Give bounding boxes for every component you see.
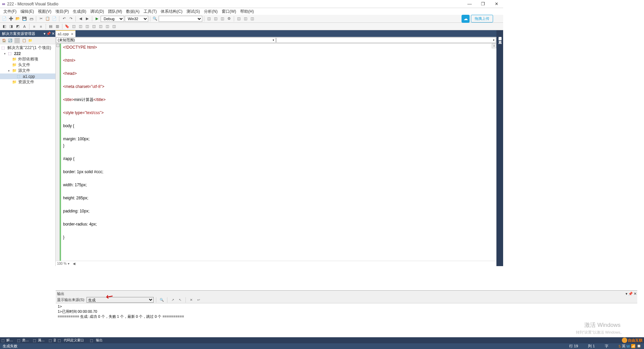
find-dropdown[interactable] xyxy=(159,16,202,22)
zoom-bar: 100 % ▾ ◀ xyxy=(56,261,496,266)
menu-data[interactable]: 数据(A) xyxy=(124,9,142,14)
panel-dropdown-icon[interactable]: ▾ xyxy=(44,32,46,36)
tb2-icon4[interactable]: A xyxy=(21,23,28,30)
tb-misc4-icon[interactable]: ⚙ xyxy=(226,16,232,22)
copy-icon[interactable]: 📋 xyxy=(45,16,51,22)
tab-close-icon[interactable]: ✕ xyxy=(71,32,73,36)
member-dropdown[interactable]: ▾ xyxy=(276,37,496,43)
separator xyxy=(204,16,204,21)
cut-icon[interactable]: ✂ xyxy=(38,16,44,22)
code-content[interactable]: <!DOCTYPE html> <html> <head> <meta char… xyxy=(61,44,496,261)
tb-misc1-icon[interactable]: ◫ xyxy=(206,16,212,22)
menu-help[interactable]: 帮助(H) xyxy=(238,9,256,14)
minimize-button[interactable]: — xyxy=(463,0,476,8)
right-panel-tabs: 服务器资源管理器 工具箱 xyxy=(496,30,503,266)
tb2-icon10[interactable]: ◫ xyxy=(104,23,110,30)
uncomment-icon[interactable]: ▥ xyxy=(54,23,60,30)
file-tab[interactable]: a1.cpp ✕ xyxy=(56,30,75,37)
tb2-icon5[interactable]: ◫ xyxy=(71,23,77,30)
tree-sources-node[interactable]: ▾ 📁 源文件 xyxy=(0,68,55,73)
vs-logo-icon: ∞ xyxy=(2,1,5,6)
tb-misc5-icon[interactable]: ◫ xyxy=(236,16,242,22)
menu-debug[interactable]: 调试(D) xyxy=(88,9,106,14)
tb2-icon9[interactable]: ◫ xyxy=(98,23,104,30)
tree-resources-node[interactable]: 📁 资源文件 xyxy=(0,79,55,85)
tb2-icon2[interactable]: ◨ xyxy=(8,23,14,30)
platform-dropdown[interactable]: Win32 xyxy=(125,16,148,22)
tree-solution-node[interactable]: ⬚ 解决方案"222"(1 个项目) xyxy=(0,45,55,51)
redo-icon[interactable]: ↷ xyxy=(68,16,74,22)
resources-label: 资源文件 xyxy=(18,79,34,85)
panel-pin-icon[interactable]: 📌 xyxy=(46,32,51,36)
save-all-icon[interactable]: 🗃 xyxy=(28,16,34,22)
maximize-button[interactable]: ❐ xyxy=(476,0,490,8)
tb2-icon6[interactable]: ◫ xyxy=(77,23,84,30)
new-project-icon[interactable]: 📄 xyxy=(1,16,7,22)
tb-misc6-icon[interactable]: ◫ xyxy=(243,16,249,22)
config-dropdown[interactable]: Debug xyxy=(101,16,124,22)
open-file-icon[interactable]: 📂 xyxy=(15,16,21,22)
find-icon[interactable]: 🔍 xyxy=(152,16,158,22)
toolbar-main: 📄 ➕ 📂 💾 🗃 ✂ 📋 📄 ↶ ↷ ◀ ▶ ▶ Debug Win32 🔍 … xyxy=(0,15,503,23)
panel-toolbar: 🏠 🔄 📋 📁 xyxy=(0,37,55,44)
tb2-icon11[interactable]: ◫ xyxy=(111,23,117,30)
tb2-icon3[interactable]: ◩ xyxy=(15,23,21,30)
show-all-icon[interactable]: 📁 xyxy=(28,38,33,43)
expand-arrow-icon[interactable]: ▾ xyxy=(4,52,8,55)
nav-back-icon[interactable]: ◀ xyxy=(77,16,84,22)
server-explorer-tab[interactable]: 服务器资源管理器 xyxy=(497,33,503,36)
separator xyxy=(150,16,150,21)
menu-analyze[interactable]: 分析(N) xyxy=(202,9,220,14)
tb2-icon7[interactable]: ◫ xyxy=(84,23,90,30)
menu-arch[interactable]: 体系结构(C) xyxy=(159,9,184,14)
toolbox-tab[interactable]: 工具箱 xyxy=(497,37,503,40)
menu-view[interactable]: 视图(V) xyxy=(36,9,53,14)
bookmark-icon[interactable]: 🔖 xyxy=(64,23,70,30)
menu-test[interactable]: 测试(S) xyxy=(184,9,202,14)
tb2-icon1[interactable]: ◧ xyxy=(1,23,7,30)
file-label: a1.cpp xyxy=(23,74,35,79)
save-icon[interactable]: 💾 xyxy=(21,16,28,22)
menu-tools[interactable]: 工具(T) xyxy=(142,9,159,14)
scroll-left-icon[interactable]: ◀ xyxy=(73,262,75,265)
zoom-level[interactable]: 100 % xyxy=(57,262,66,265)
menu-team[interactable]: 团队(M) xyxy=(106,9,124,14)
menu-project[interactable]: 项目(P) xyxy=(53,9,71,14)
separator xyxy=(46,24,46,29)
separator xyxy=(29,24,30,29)
panel-close-icon[interactable]: ✕ xyxy=(52,32,55,36)
close-button[interactable]: ✕ xyxy=(490,0,503,8)
separator xyxy=(62,24,62,29)
menu-file[interactable]: 文件(F) xyxy=(1,9,18,14)
tb-misc2-icon[interactable]: ◫ xyxy=(213,16,219,22)
menu-edit[interactable]: 编辑(E) xyxy=(18,9,36,14)
home-icon[interactable]: 🏠 xyxy=(1,38,7,43)
folder-icon: 📁 xyxy=(12,80,17,84)
zoom-dropdown-icon[interactable]: ▾ xyxy=(68,262,69,265)
indent-icon[interactable]: ≡ xyxy=(31,23,37,30)
tb-misc3-icon[interactable]: ◫ xyxy=(219,16,225,22)
tree-project-node[interactable]: ▾ ⬚ 222 xyxy=(0,51,55,56)
paste-icon[interactable]: 📄 xyxy=(51,16,57,22)
comment-icon[interactable]: ▤ xyxy=(48,23,54,30)
tb2-icon8[interactable]: ◫ xyxy=(91,23,97,30)
scope-dropdown[interactable]: (未知范围) ▾ xyxy=(56,37,276,43)
outdent-icon[interactable]: ≡ xyxy=(38,23,44,30)
properties-icon[interactable]: 📋 xyxy=(21,38,27,43)
upload-button[interactable]: ☁ 拖拽上传 xyxy=(462,15,493,23)
refresh-icon[interactable]: 🔄 xyxy=(7,38,13,43)
add-item-icon[interactable]: ➕ xyxy=(8,16,14,22)
expand-arrow-icon[interactable]: ▾ xyxy=(8,69,12,72)
split-icon[interactable]: ↕ xyxy=(492,44,496,48)
menu-build[interactable]: 生成(B) xyxy=(71,9,88,14)
undo-icon[interactable]: ↶ xyxy=(61,16,67,22)
outline-toggle-icon[interactable]: - xyxy=(56,44,59,47)
start-debug-icon[interactable]: ▶ xyxy=(94,16,100,22)
tree-headers-node[interactable]: 📁 头文件 xyxy=(0,62,55,68)
tree-deps-node[interactable]: 📁 外部依赖项 xyxy=(0,56,55,62)
nav-fwd-icon[interactable]: ▶ xyxy=(84,16,90,22)
tree-file-node[interactable]: ⬚ a1.cpp xyxy=(0,73,55,79)
tb-misc7-icon[interactable]: ◫ xyxy=(249,16,255,22)
code-editor[interactable]: - <!DOCTYPE html> <html> <head> <meta ch… xyxy=(56,44,496,261)
menu-window[interactable]: 窗口(W) xyxy=(220,9,238,14)
